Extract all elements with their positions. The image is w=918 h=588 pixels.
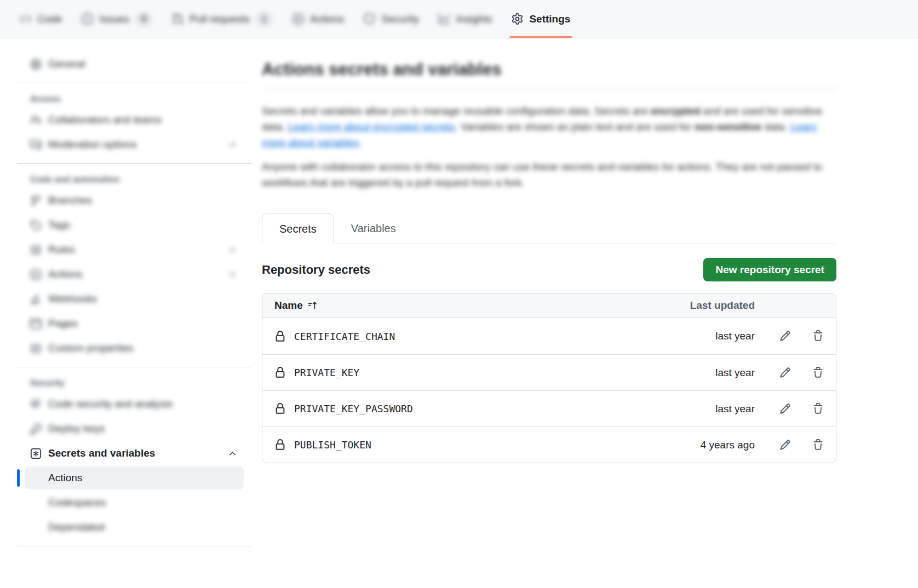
- key-asterisk-icon: [30, 448, 42, 459]
- intro-paragraph-2: Anyone with collaborator access to this …: [262, 159, 836, 191]
- edit-secret-button[interactable]: [779, 367, 791, 379]
- secret-actions: [779, 403, 824, 415]
- tab-secrets[interactable]: Secrets: [262, 214, 334, 244]
- sidebar-item-label: Dependabot: [48, 521, 105, 533]
- pencil-icon: [779, 367, 791, 378]
- lock-icon: [274, 403, 286, 414]
- sidebar-item-branches[interactable]: Branches: [25, 189, 244, 212]
- repo-nav: CodeIssues8Pull requests1ActionsSecurity…: [0, 0, 918, 38]
- nav-tab-issues[interactable]: Issues8: [74, 0, 160, 38]
- nav-tab-label: Code: [37, 13, 62, 25]
- comment-icon: [30, 139, 42, 151]
- nav-tab-security[interactable]: Security: [356, 0, 427, 38]
- settings-sidebar: GeneralAccessCollaborators and teamsMode…: [0, 38, 262, 588]
- last-updated-value: last year: [656, 403, 755, 415]
- delete-secret-button[interactable]: [812, 439, 824, 451]
- trash-icon: [812, 367, 824, 378]
- sidebar-item-code-security-and-analysis[interactable]: Code security and analysis: [25, 393, 244, 416]
- sidebar-item-custom-properties[interactable]: Custom properties: [25, 337, 244, 360]
- nav-tab-pull-requests[interactable]: Pull requests1: [164, 0, 280, 38]
- sidebar-item-pages[interactable]: Pages: [25, 312, 244, 335]
- intro-text: .: [359, 137, 362, 148]
- nav-tab-label: Insights: [456, 13, 492, 25]
- sidebar-section-label: Code and automation: [30, 175, 238, 185]
- sidebar-item-rules[interactable]: Rules: [25, 238, 244, 261]
- sidebar-section-label: Security: [30, 378, 238, 388]
- sidebar-item-label: Actions: [48, 472, 82, 484]
- sidebar-item-webhooks[interactable]: Webhooks: [25, 287, 244, 310]
- last-updated-value: 4 years ago: [656, 439, 755, 451]
- new-repository-secret-button[interactable]: New repository secret: [703, 258, 836, 281]
- pr-icon: [172, 13, 183, 25]
- sidebar-item-tags[interactable]: Tags: [25, 214, 244, 237]
- intro-text: data.: [761, 121, 790, 132]
- sidebar-item-actions[interactable]: Actions: [25, 263, 244, 286]
- nav-tab-code[interactable]: Code: [12, 0, 70, 38]
- secret-name-cell: CERTIFICATE_CHAIN: [274, 331, 656, 342]
- sidebar-item-label: Rules: [48, 244, 75, 256]
- sidebar-item-label: Code security and analysis: [48, 398, 173, 410]
- secret-row: PRIVATE_KEY_PASSWORDlast year: [262, 390, 836, 426]
- counter-badge: 1: [256, 13, 273, 26]
- nav-tab-settings[interactable]: Settings: [504, 0, 578, 38]
- sidebar-item-label: Webhooks: [48, 293, 97, 305]
- repo-tabs: CodeIssues8Pull requests1ActionsSecurity…: [12, 0, 578, 38]
- chevron-down-icon: [228, 270, 237, 279]
- sidebar-item-label: Pages: [48, 318, 78, 330]
- sidebar-item-actions[interactable]: Actions: [25, 466, 244, 489]
- note-icon: [30, 343, 42, 354]
- delete-secret-button[interactable]: [812, 403, 824, 415]
- shield-icon: [364, 13, 375, 25]
- trash-icon: [812, 439, 824, 451]
- repository-secrets-header: Repository secrets New repository secret: [262, 258, 836, 281]
- sidebar-item-label: Codespaces: [48, 497, 106, 509]
- tab-variables[interactable]: Variables: [334, 213, 413, 244]
- secrets-table-body: CERTIFICATE_CHAINlast yearPRIVATE_KEYlas…: [262, 318, 836, 463]
- chevron-down-icon: [228, 245, 237, 255]
- nav-tab-label: Security: [381, 13, 419, 25]
- delete-secret-button[interactable]: [812, 367, 824, 379]
- sidebar-item-label: Tags: [48, 219, 70, 231]
- sidebar-item-collaborators-and-teams[interactable]: Collaborators and teams: [25, 108, 244, 131]
- branch-icon: [30, 195, 42, 206]
- tag-icon: [30, 220, 42, 231]
- nav-tab-label: Settings: [529, 13, 570, 25]
- secret-row: PRIVATE_KEYlast year: [262, 354, 836, 390]
- lock-icon: [274, 331, 286, 342]
- pencil-icon: [779, 439, 791, 451]
- codescan-icon: [30, 399, 42, 410]
- issue-icon: [82, 13, 93, 25]
- intro-text: Secrets and variables allow you to manag…: [262, 105, 651, 117]
- secret-name: PRIVATE_KEY: [294, 367, 359, 378]
- repository-secrets-title: Repository secrets: [262, 263, 370, 277]
- browser-icon: [30, 318, 42, 330]
- nav-tab-insights[interactable]: Insights: [431, 0, 500, 38]
- edit-secret-button[interactable]: [779, 403, 791, 415]
- sort-ascending-icon: [308, 301, 318, 310]
- sidebar-item-codespaces[interactable]: Codespaces: [25, 491, 244, 514]
- sidebar-item-label: Secrets and variables: [48, 447, 155, 459]
- sidebar-item-moderation-options[interactable]: Moderation options: [25, 133, 244, 156]
- secret-name-cell: PRIVATE_KEY_PASSWORD: [274, 403, 656, 414]
- edit-secret-button[interactable]: [779, 439, 791, 451]
- secret-name: PUBLISH_TOKEN: [294, 439, 371, 451]
- gear-icon: [512, 13, 523, 25]
- counter-badge: 8: [135, 13, 152, 26]
- nav-tab-actions[interactable]: Actions: [285, 0, 352, 38]
- sidebar-item-dependabot[interactable]: Dependabot: [25, 516, 244, 539]
- learn-more-link[interactable]: Learn more about encrypted secrets: [288, 121, 455, 132]
- sidebar-item-label: Branches: [48, 194, 92, 206]
- sidebar-item-secrets-and-variables[interactable]: Secrets and variables: [25, 442, 244, 465]
- secrets-table: Name Last updated CERTIFICATE_CHAINlast …: [262, 293, 836, 463]
- play-icon: [292, 13, 304, 25]
- sidebar-item-deploy-keys[interactable]: Deploy keys: [25, 417, 244, 440]
- intro-bold-text: non-sensitive: [695, 121, 761, 132]
- nav-tab-label: Issues: [99, 13, 129, 25]
- sidebar-item-general[interactable]: General: [25, 53, 244, 76]
- webhook-icon: [30, 293, 42, 305]
- last-updated-value: last year: [656, 330, 755, 342]
- delete-secret-button[interactable]: [812, 330, 824, 342]
- name-column-header[interactable]: Name: [274, 299, 656, 312]
- key-icon: [30, 423, 42, 435]
- edit-secret-button[interactable]: [779, 330, 791, 342]
